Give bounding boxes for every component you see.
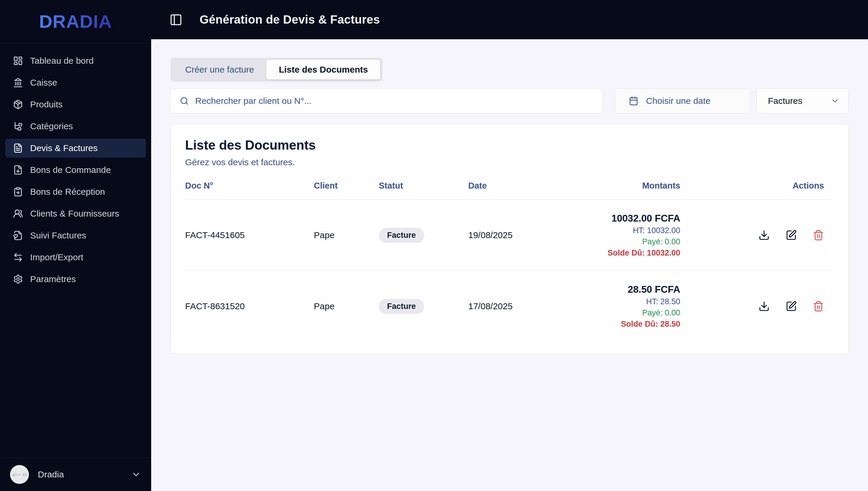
status-badge: Facture — [379, 228, 424, 243]
sidebar-item-import-export[interactable]: Import/Export — [5, 248, 146, 267]
type-filter-value: Factures — [768, 96, 803, 106]
client-name: Pape — [314, 230, 379, 240]
status-cell: Facture — [379, 299, 468, 314]
column-header-statut: Statut — [379, 181, 468, 191]
category-tree-icon — [13, 121, 23, 131]
column-header-client: Client — [314, 181, 379, 191]
column-header-date: Date — [468, 181, 562, 191]
sidebar-item-bons-de-commande[interactable]: Bons de Commande — [5, 161, 146, 179]
avatar-placeholder-text: 40 × 40 — [12, 472, 27, 477]
file-text-icon — [13, 143, 23, 153]
delete-button[interactable] — [813, 230, 824, 241]
table-row: FACT-8631520 Pape Facture 17/08/2025 28.… — [185, 270, 834, 342]
tab-bar: Créer une facture Liste des Documents — [171, 58, 382, 82]
sidebar-item-parametres[interactable]: Paramètres — [5, 270, 146, 289]
amounts-cell: 10032.00 FCFA HT: 10032.00 Payé: 0.00 So… — [562, 213, 680, 258]
arrows-left-right-icon — [13, 252, 23, 262]
users-icon — [13, 209, 23, 219]
edit-button[interactable] — [786, 230, 797, 241]
search-box[interactable] — [171, 88, 603, 113]
clipboard-plus-icon — [13, 187, 23, 197]
documents-table: Doc N° Client Statut Date Montants Actio… — [185, 178, 834, 342]
sidebar-item-label: Bons de Réception — [30, 187, 105, 197]
main-content: Créer une facture Liste des Documents Ch… — [151, 0, 868, 354]
top-header: Génération de Devis & Factures — [151, 0, 868, 39]
date-picker-label: Choisir une date — [646, 96, 710, 106]
filter-row: Choisir une date Factures — [171, 88, 848, 113]
sidebar-item-caisse[interactable]: Caisse — [5, 73, 146, 92]
file-heart-icon — [13, 230, 23, 240]
column-header-actions: Actions — [680, 181, 834, 191]
sidebar-item-label: Produits — [30, 99, 63, 110]
user-name: Dradia — [38, 469, 64, 480]
edit-icon — [786, 230, 797, 241]
amount-paid: Payé: 0.00 — [562, 237, 680, 247]
status-badge: Facture — [379, 299, 424, 314]
sidebar: DRADIA Tableau de bord Caisse Produits C… — [0, 0, 151, 491]
sidebar-item-label: Import/Export — [30, 252, 83, 262]
sidebar-item-label: Caisse — [30, 78, 57, 88]
file-plus-icon — [13, 165, 23, 175]
edit-button[interactable] — [786, 301, 797, 312]
amount-total: 28.50 FCFA — [562, 284, 680, 295]
chevron-down-icon — [131, 469, 141, 480]
sidebar-item-bons-de-reception[interactable]: Bons de Réception — [5, 182, 146, 201]
sidebar-item-label: Tableau de bord — [30, 56, 93, 66]
amount-ht: HT: 28.50 — [562, 297, 680, 306]
column-header-montants: Montants — [562, 181, 680, 191]
trash-icon — [813, 230, 824, 241]
client-name: Pape — [314, 301, 379, 311]
doc-number: FACT-8631520 — [185, 301, 314, 311]
brand-logo: DRADIA — [39, 11, 112, 32]
card-title: Liste des Documents — [185, 137, 834, 153]
sidebar-item-label: Devis & Factures — [30, 143, 97, 153]
amount-ht: HT: 10032.00 — [562, 226, 680, 235]
sidebar-item-suivi-factures[interactable]: Suivi Factures — [5, 226, 146, 245]
doc-date: 19/08/2025 — [468, 230, 562, 240]
sidebar-item-tableau-de-bord[interactable]: Tableau de bord — [5, 51, 146, 70]
sidebar-item-label: Catégories — [30, 121, 73, 131]
card-subtitle: Gérez vos devis et factures. — [185, 157, 834, 167]
sidebar-item-label: Suivi Factures — [30, 230, 86, 240]
trash-icon — [813, 301, 824, 312]
sidebar-item-clients-fournisseurs[interactable]: Clients & Fournisseurs — [5, 204, 146, 223]
sidebar-item-label: Bons de Commande — [30, 165, 111, 175]
actions-cell — [680, 301, 834, 312]
sidebar-item-produits[interactable]: Produits — [5, 95, 146, 114]
download-icon — [758, 230, 770, 241]
table-header-row: Doc N° Client Statut Date Montants Actio… — [185, 178, 834, 200]
sidebar-item-label: Clients & Fournisseurs — [30, 209, 119, 219]
table-row: FACT-4451605 Pape Facture 19/08/2025 100… — [185, 200, 834, 270]
tab-liste-des-documents[interactable]: Liste des Documents — [266, 60, 380, 79]
date-picker-button[interactable]: Choisir une date — [615, 88, 750, 113]
sidebar-item-categories[interactable]: Catégories — [5, 117, 146, 136]
panel-left-icon — [169, 13, 183, 26]
sidebar-toggle-button[interactable] — [169, 13, 183, 26]
download-button[interactable] — [758, 301, 770, 312]
download-icon — [758, 301, 770, 312]
logo-area: DRADIA — [0, 0, 151, 43]
status-cell: Facture — [379, 228, 468, 243]
bank-icon — [13, 78, 23, 88]
amount-balance-due: Solde Dû: 10032.00 — [562, 249, 680, 258]
sidebar-nav: Tableau de bord Caisse Produits Catégori… — [0, 43, 151, 458]
edit-icon — [786, 301, 797, 312]
download-button[interactable] — [758, 230, 770, 241]
amount-total: 10032.00 FCFA — [562, 213, 680, 224]
tab-creer-une-facture[interactable]: Créer une facture — [173, 60, 266, 79]
user-menu[interactable]: 40 × 40 Dradia — [0, 458, 151, 491]
package-icon — [13, 99, 23, 110]
page-title: Génération de Devis & Factures — [200, 13, 380, 26]
chevron-down-icon — [831, 96, 839, 105]
type-filter-select[interactable]: Factures — [756, 88, 848, 113]
amounts-cell: 28.50 FCFA HT: 28.50 Payé: 0.00 Solde Dû… — [562, 284, 680, 329]
gear-icon — [13, 274, 23, 284]
amount-balance-due: Solde Dû: 28.50 — [562, 320, 680, 329]
dashboard-icon — [13, 56, 23, 66]
column-header-doc-no: Doc N° — [185, 181, 314, 191]
sidebar-item-devis-factures[interactable]: Devis & Factures — [5, 139, 146, 157]
sidebar-item-label: Paramètres — [30, 274, 76, 284]
doc-number: FACT-4451605 — [185, 230, 314, 240]
search-input[interactable] — [195, 96, 593, 106]
delete-button[interactable] — [813, 301, 824, 312]
